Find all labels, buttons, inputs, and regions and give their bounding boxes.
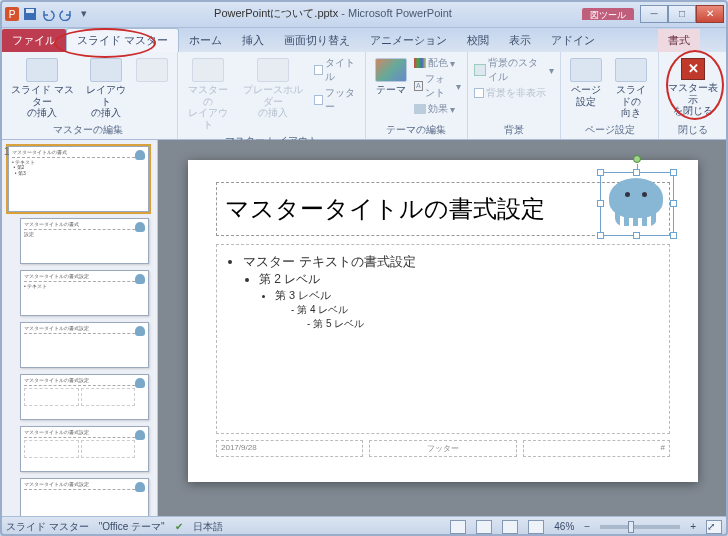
ribbon-tabs: ファイル スライド マスター ホーム 挿入 画面切り替え アニメーション 校閲 … bbox=[0, 28, 728, 52]
title-checkbox: タイトル bbox=[314, 56, 358, 84]
bg-style-label: 背景のスタイル bbox=[488, 56, 547, 84]
group-background-label: 背景 bbox=[504, 123, 524, 137]
thumbnail-pane[interactable]: 1 マスタータイトルの書式• テキスト • 第2 • 第3 マスタータイトルの書… bbox=[0, 140, 158, 516]
title-checkbox-label: タイトル bbox=[325, 56, 359, 84]
zoom-slider[interactable] bbox=[600, 525, 680, 529]
colors-icon bbox=[414, 58, 426, 68]
thumb-layout[interactable]: マスタータイトルの書式設定• テキスト bbox=[2, 268, 155, 320]
zoom-in-button[interactable]: + bbox=[690, 521, 696, 532]
minimize-button[interactable]: ─ bbox=[640, 5, 668, 23]
hide-bg-label: 背景を非表示 bbox=[486, 86, 546, 100]
thumb-layout[interactable]: マスタータイトルの書式設定 bbox=[2, 476, 155, 516]
insert-slide-master-label: スライド マスター の挿入 bbox=[9, 84, 76, 119]
master-layout-icon bbox=[192, 58, 224, 82]
master-layout-button: マスターの レイアウト bbox=[184, 56, 233, 132]
group-page-setup-label: ページ設定 bbox=[585, 123, 635, 137]
svg-text:P: P bbox=[9, 9, 16, 20]
thumb-layout[interactable]: マスタータイトルの書式設定 bbox=[2, 424, 155, 476]
footer-checkbox-label: フッター bbox=[325, 86, 359, 114]
themes-button[interactable]: テーマ bbox=[372, 56, 410, 98]
window-controls: ─ □ ✕ bbox=[640, 5, 724, 23]
group-theme-edit-label: テーマの編集 bbox=[386, 123, 446, 137]
thumb-layout[interactable]: マスタータイトルの書式設定 bbox=[2, 216, 155, 268]
page-setup-label: ページ 設定 bbox=[571, 84, 601, 107]
group-master-edit-label: マスターの編集 bbox=[53, 123, 123, 137]
colors-button[interactable]: 配色 ▾ bbox=[414, 56, 461, 70]
body-level3: 第 3 レベル bbox=[275, 289, 331, 301]
save-icon[interactable] bbox=[22, 6, 38, 22]
tab-addins[interactable]: アドイン bbox=[541, 29, 605, 52]
title-text: マスタータイトルの書式設定 bbox=[225, 195, 545, 222]
zoom-level[interactable]: 46% bbox=[554, 521, 574, 532]
tab-review[interactable]: 校閲 bbox=[457, 29, 499, 52]
tab-slide-master[interactable]: スライド マスター bbox=[66, 28, 179, 52]
colors-label: 配色 bbox=[428, 56, 448, 70]
normal-view-button[interactable] bbox=[450, 520, 466, 534]
thumb-layout[interactable]: マスタータイトルの書式設定 bbox=[2, 372, 155, 424]
undo-icon[interactable] bbox=[40, 6, 56, 22]
insert-slide-master-button[interactable]: スライド マスター の挿入 bbox=[6, 56, 79, 121]
thumb-layout[interactable]: マスタータイトルの書式設定 bbox=[2, 320, 155, 372]
status-theme: "Office テーマ" bbox=[99, 520, 165, 534]
group-close-label: 閉じる bbox=[678, 123, 708, 137]
close-master-label: マスター表示 を閉じる bbox=[668, 82, 719, 117]
footer-placeholders: 2017/9/28 フッター # bbox=[216, 440, 670, 457]
qat-dropdown-icon[interactable]: ▾ bbox=[76, 6, 92, 22]
slideshow-view-button[interactable] bbox=[528, 520, 544, 534]
delete-rename-button bbox=[133, 56, 171, 84]
insert-layout-button[interactable]: レイアウト の挿入 bbox=[83, 56, 129, 121]
body-placeholder[interactable]: マスター テキストの書式設定 第 2 レベル 第 3 レベル 第 4 レベル 第… bbox=[216, 244, 670, 434]
effects-icon bbox=[414, 104, 426, 114]
tab-insert[interactable]: 挿入 bbox=[232, 29, 274, 52]
tab-transitions[interactable]: 画面切り替え bbox=[274, 29, 360, 52]
layout-icon bbox=[90, 58, 122, 82]
svg-rect-3 bbox=[26, 9, 34, 13]
bg-style-button[interactable]: 背景のスタイル ▾ bbox=[474, 56, 554, 84]
slide-canvas: マスタータイトルの書式設定 マスター テキストの書式設定 第 2 レベル 第 3… bbox=[188, 160, 698, 482]
tools-group-label: 図ツール bbox=[590, 11, 626, 20]
window-title: PowerPointについて.pptx - Microsoft PowerPoi… bbox=[92, 6, 574, 21]
fit-window-button[interactable]: ⤢ bbox=[706, 520, 722, 534]
body-level1: マスター テキストの書式設定 bbox=[243, 254, 416, 269]
slide-master-icon bbox=[26, 58, 58, 82]
footer-placeholder[interactable]: フッター bbox=[369, 440, 516, 457]
redo-icon[interactable] bbox=[58, 6, 74, 22]
document-name: PowerPointについて.pptx bbox=[214, 7, 338, 19]
reading-view-button[interactable] bbox=[502, 520, 518, 534]
tab-format[interactable]: 書式 bbox=[658, 29, 700, 52]
effects-label: 効果 bbox=[428, 102, 448, 116]
page-setup-icon bbox=[570, 58, 602, 82]
group-master-edit: スライド マスター の挿入 レイアウト の挿入 マスターの編集 bbox=[0, 52, 178, 139]
effects-button[interactable]: 効果 ▾ bbox=[414, 102, 461, 116]
insert-placeholder-label: プレースホルダー の挿入 bbox=[239, 84, 307, 119]
jellyfish-image[interactable] bbox=[604, 178, 668, 232]
fonts-label: フォント bbox=[425, 72, 454, 100]
tab-file[interactable]: ファイル bbox=[2, 29, 66, 52]
close-button[interactable]: ✕ bbox=[696, 5, 724, 23]
body-level2: 第 2 レベル bbox=[259, 272, 320, 286]
fonts-button[interactable]: Aフォント ▾ bbox=[414, 72, 461, 100]
app-icon: P bbox=[4, 6, 20, 22]
close-master-view-button[interactable]: ✕ マスター表示 を閉じる bbox=[665, 56, 722, 119]
maximize-button[interactable]: □ bbox=[668, 5, 696, 23]
bg-style-icon bbox=[474, 64, 486, 76]
slidenum-placeholder[interactable]: # bbox=[523, 440, 670, 457]
tab-animations[interactable]: アニメーション bbox=[360, 29, 457, 52]
thumb-master[interactable]: 1 マスタータイトルの書式• テキスト • 第2 • 第3 bbox=[2, 144, 155, 216]
orientation-button[interactable]: スライドの 向き bbox=[609, 56, 652, 121]
workspace: 1 マスタータイトルの書式• テキスト • 第2 • 第3 マスタータイトルの書… bbox=[0, 140, 728, 516]
spellcheck-icon[interactable]: ✔ bbox=[175, 521, 183, 532]
insert-layout-label: レイアウト の挿入 bbox=[86, 84, 126, 119]
zoom-out-button[interactable]: − bbox=[584, 521, 590, 532]
slide-editor[interactable]: マスタータイトルの書式設定 マスター テキストの書式設定 第 2 レベル 第 3… bbox=[158, 140, 728, 516]
themes-icon bbox=[375, 58, 407, 82]
date-placeholder[interactable]: 2017/9/28 bbox=[216, 440, 363, 457]
tab-view[interactable]: 表示 bbox=[499, 29, 541, 52]
status-language[interactable]: 日本語 bbox=[193, 520, 223, 534]
tab-home[interactable]: ホーム bbox=[179, 29, 232, 52]
footer-checkbox: フッター bbox=[314, 86, 358, 114]
sorter-view-button[interactable] bbox=[476, 520, 492, 534]
rotate-handle[interactable] bbox=[633, 155, 641, 163]
orientation-icon bbox=[615, 58, 647, 82]
page-setup-button[interactable]: ページ 設定 bbox=[567, 56, 605, 109]
